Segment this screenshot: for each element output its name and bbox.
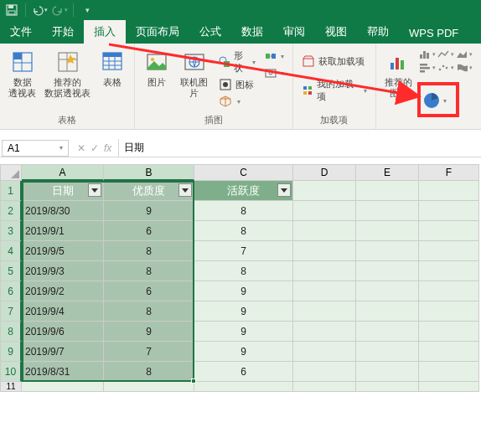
cell-date[interactable]: 2019/8/30: [22, 201, 104, 221]
cell-date[interactable]: 2019/9/2: [22, 281, 104, 301]
line-chart-icon[interactable]: ▾: [437, 49, 454, 60]
cell[interactable]: [293, 281, 356, 301]
tab-help[interactable]: 帮助: [357, 20, 399, 44]
fx-icon[interactable]: fx: [104, 142, 111, 154]
cell[interactable]: [293, 261, 356, 281]
cell[interactable]: [22, 382, 104, 392]
cell[interactable]: [356, 261, 419, 281]
cell[interactable]: [356, 181, 419, 201]
cell-date[interactable]: 2019/9/7: [22, 342, 104, 362]
cell[interactable]: [356, 241, 419, 261]
cell-date[interactable]: 2019/9/3: [22, 261, 104, 281]
cell-activity[interactable]: 8: [194, 201, 293, 221]
cell[interactable]: [356, 382, 419, 392]
icons-button[interactable]: 图标: [217, 77, 257, 92]
cell[interactable]: [356, 322, 419, 342]
cell[interactable]: [293, 342, 356, 362]
cell[interactable]: [419, 181, 479, 201]
cell[interactable]: [419, 221, 479, 241]
cell-quality[interactable]: 8: [104, 261, 194, 281]
col-header-d[interactable]: D: [293, 164, 356, 181]
cell[interactable]: [419, 281, 479, 301]
cell-quality[interactable]: 8: [104, 241, 194, 261]
cell-date[interactable]: 2019/9/4: [22, 301, 104, 322]
col-header-e[interactable]: E: [356, 164, 419, 181]
cell-quality[interactable]: 6: [104, 221, 194, 241]
tab-data[interactable]: 数据: [231, 20, 273, 44]
cell[interactable]: [104, 382, 194, 392]
row-header[interactable]: 6: [0, 281, 22, 301]
tab-wpspdf[interactable]: WPS PDF: [399, 23, 468, 44]
cell[interactable]: [293, 382, 356, 392]
row-header[interactable]: 2: [0, 201, 22, 221]
formula-input[interactable]: 日期: [118, 139, 481, 157]
col-header-a[interactable]: A: [22, 164, 104, 181]
tab-file[interactable]: 文件: [0, 20, 42, 44]
col-header-b[interactable]: B: [104, 164, 194, 181]
redo-icon[interactable]: ▾: [51, 2, 68, 18]
cell-activity[interactable]: 9: [194, 342, 293, 362]
name-box[interactable]: A1▾: [2, 140, 69, 157]
cell[interactable]: [419, 322, 479, 342]
cell-quality[interactable]: 8: [104, 362, 194, 382]
cell-header-date[interactable]: 日期: [22, 181, 104, 201]
cell[interactable]: [293, 241, 356, 261]
cell-date[interactable]: 2019/8/31: [22, 362, 104, 382]
tab-view[interactable]: 视图: [315, 20, 357, 44]
cell-date[interactable]: 2019/9/1: [22, 221, 104, 241]
column-chart-icon[interactable]: ▾: [419, 49, 436, 60]
scatter-chart-icon[interactable]: ▾: [437, 62, 454, 74]
cell[interactable]: [419, 261, 479, 281]
cell-quality[interactable]: 8: [104, 301, 194, 322]
cell[interactable]: [293, 362, 356, 382]
tab-formula[interactable]: 公式: [189, 20, 231, 44]
cell[interactable]: [419, 301, 479, 322]
cell-activity[interactable]: 7: [194, 241, 293, 261]
cell-header-quality[interactable]: 优质度: [104, 181, 194, 201]
cell[interactable]: [293, 201, 356, 221]
area-chart-icon[interactable]: ▾: [456, 49, 473, 60]
3dmodel-button[interactable]: ▾: [217, 94, 257, 109]
recommended-pivot-button[interactable]: 推荐的 数据透视表: [41, 47, 94, 100]
customize-qa-icon[interactable]: ▾: [79, 2, 96, 18]
row-header[interactable]: 3: [0, 221, 22, 241]
cell[interactable]: [419, 201, 479, 221]
row-header[interactable]: 8: [0, 322, 22, 342]
cell-activity[interactable]: 8: [194, 221, 293, 241]
row-header[interactable]: 7: [0, 301, 22, 322]
pivot-table-button[interactable]: 数据 透视表: [5, 47, 39, 100]
cell[interactable]: [293, 322, 356, 342]
tab-review[interactable]: 审阅: [273, 20, 315, 44]
bar-chart-icon[interactable]: ▾: [419, 62, 436, 74]
cell[interactable]: [356, 221, 419, 241]
row-header[interactable]: 5: [0, 261, 22, 281]
pie-chart-button[interactable]: ▾: [422, 88, 455, 113]
row-header[interactable]: 1: [0, 181, 22, 201]
filter-button[interactable]: [178, 183, 192, 197]
cell-quality[interactable]: 7: [104, 342, 194, 362]
cell-activity[interactable]: 9: [194, 301, 293, 322]
cell-activity[interactable]: 9: [194, 322, 293, 342]
row-header[interactable]: 11: [0, 382, 22, 392]
tab-home[interactable]: 开始: [42, 20, 84, 44]
cell-quality[interactable]: 9: [104, 201, 194, 221]
fill-handle[interactable]: [191, 378, 196, 384]
enter-icon[interactable]: ✓: [91, 142, 99, 154]
cell[interactable]: [419, 342, 479, 362]
cell-activity[interactable]: 6: [194, 362, 293, 382]
cell[interactable]: [293, 301, 356, 322]
undo-icon[interactable]: ▾: [31, 2, 48, 18]
col-header-c[interactable]: C: [194, 164, 293, 181]
cell-date[interactable]: 2019/9/5: [22, 241, 104, 261]
recommended-charts-button[interactable]: 推荐的 图表: [381, 47, 416, 100]
online-picture-button[interactable]: 联机图片: [175, 47, 214, 100]
row-header[interactable]: 4: [0, 241, 22, 261]
row-header[interactable]: 10: [0, 362, 22, 382]
table-button[interactable]: 表格: [96, 47, 129, 90]
cell-date[interactable]: 2019/9/6: [22, 322, 104, 342]
cell[interactable]: [293, 221, 356, 241]
cell[interactable]: [293, 181, 356, 201]
cell[interactable]: [194, 382, 293, 392]
screenshot-button[interactable]: ▾: [262, 65, 286, 80]
cell[interactable]: [419, 362, 479, 382]
